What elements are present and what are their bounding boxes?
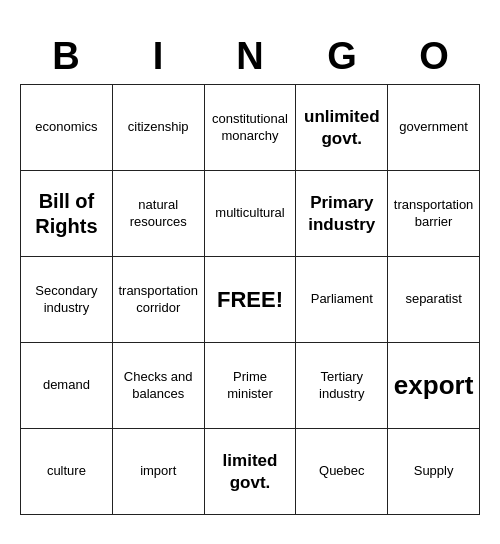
header-letter: G bbox=[296, 29, 388, 84]
bingo-cell: Primary industry bbox=[296, 171, 388, 257]
bingo-cell: transportation corridor bbox=[113, 257, 205, 343]
bingo-cell: Checks and balances bbox=[113, 343, 205, 429]
bingo-cell: Supply bbox=[388, 429, 480, 515]
bingo-cell: natural resources bbox=[113, 171, 205, 257]
bingo-grid: economicscitizenshipconstitutional monar… bbox=[20, 84, 480, 515]
bingo-cell: economics bbox=[21, 85, 113, 171]
bingo-cell: import bbox=[113, 429, 205, 515]
bingo-card: BINGO economicscitizenshipconstitutional… bbox=[20, 29, 480, 515]
header-letter: B bbox=[20, 29, 112, 84]
bingo-cell: Prime minister bbox=[205, 343, 297, 429]
bingo-cell: Parliament bbox=[296, 257, 388, 343]
bingo-cell: constitutional monarchy bbox=[205, 85, 297, 171]
header-letter: O bbox=[388, 29, 480, 84]
bingo-cell: Tertiary industry bbox=[296, 343, 388, 429]
bingo-cell: separatist bbox=[388, 257, 480, 343]
bingo-cell: Bill of Rights bbox=[21, 171, 113, 257]
bingo-cell: limited govt. bbox=[205, 429, 297, 515]
bingo-cell: multicultural bbox=[205, 171, 297, 257]
header-letter: I bbox=[112, 29, 204, 84]
bingo-cell: government bbox=[388, 85, 480, 171]
bingo-cell: citizenship bbox=[113, 85, 205, 171]
bingo-cell: Quebec bbox=[296, 429, 388, 515]
bingo-cell: unlimited govt. bbox=[296, 85, 388, 171]
bingo-header: BINGO bbox=[20, 29, 480, 84]
bingo-cell: demand bbox=[21, 343, 113, 429]
bingo-cell: Secondary industry bbox=[21, 257, 113, 343]
header-letter: N bbox=[204, 29, 296, 84]
bingo-cell: FREE! bbox=[205, 257, 297, 343]
bingo-cell: export bbox=[388, 343, 480, 429]
bingo-cell: transportation barrier bbox=[388, 171, 480, 257]
bingo-cell: culture bbox=[21, 429, 113, 515]
